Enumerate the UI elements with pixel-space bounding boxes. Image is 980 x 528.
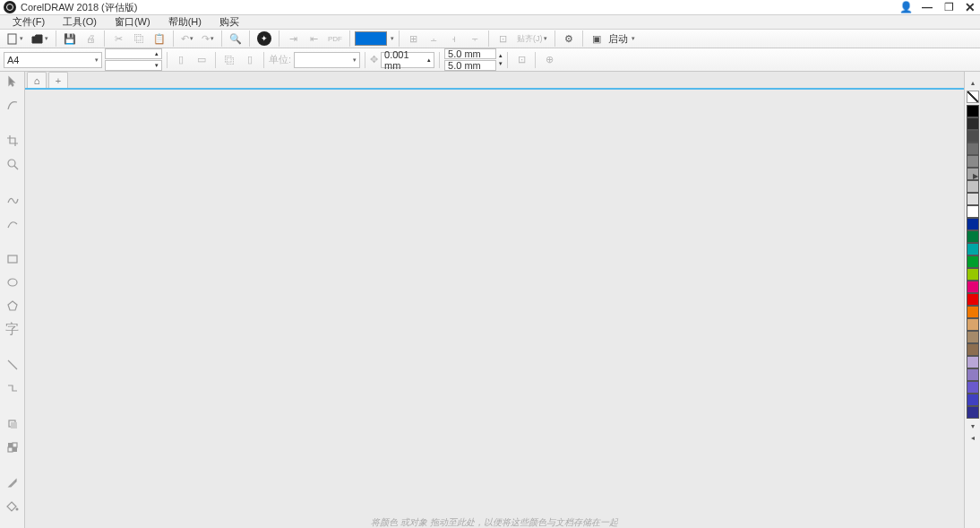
palette-color-19[interactable] bbox=[967, 343, 979, 356]
palette-color-23[interactable] bbox=[967, 394, 979, 406]
swatch-dropdown[interactable]: ▾ bbox=[391, 35, 394, 42]
search-button[interactable]: 🔍 bbox=[227, 30, 245, 48]
save-button[interactable]: 💾 bbox=[61, 30, 79, 48]
menu-file[interactable]: 文件(F) bbox=[4, 15, 54, 29]
svg-rect-2 bbox=[8, 255, 17, 263]
pdf-button[interactable]: PDF bbox=[325, 30, 345, 48]
menu-help[interactable]: 帮助(H) bbox=[159, 15, 211, 29]
palette-expand[interactable]: ◂ bbox=[971, 434, 975, 442]
palette-color-10[interactable] bbox=[967, 230, 979, 243]
welcome-tab[interactable]: ⌂ bbox=[27, 72, 47, 88]
menu-window[interactable]: 窗口(W) bbox=[106, 15, 159, 29]
menu-buy[interactable]: 购买 bbox=[211, 15, 248, 29]
palette-color-6[interactable] bbox=[967, 180, 979, 193]
palette-color-7[interactable] bbox=[967, 193, 979, 205]
transparency-tool[interactable] bbox=[4, 439, 21, 455]
palette-up[interactable]: ▴ bbox=[971, 79, 975, 87]
paper-size-combo[interactable]: A4▾ bbox=[4, 52, 102, 68]
align-center-button[interactable]: ⫞ bbox=[445, 30, 463, 48]
user-icon[interactable]: 👤 bbox=[899, 1, 912, 13]
rectangle-tool[interactable] bbox=[4, 251, 21, 267]
polygon-tool[interactable] bbox=[4, 298, 21, 314]
options-button[interactable]: ⚙ bbox=[560, 30, 578, 48]
palette-color-1[interactable] bbox=[967, 117, 979, 130]
snap-button[interactable]: ⊞ bbox=[404, 30, 422, 48]
fill-swatch[interactable] bbox=[355, 31, 387, 46]
palette-color-13[interactable] bbox=[967, 268, 979, 281]
palette-color-16[interactable] bbox=[967, 306, 979, 318]
text-tool[interactable]: 字 bbox=[4, 321, 21, 337]
palette-color-15[interactable] bbox=[967, 293, 979, 306]
all-pages-button[interactable]: ⿻ bbox=[220, 51, 238, 69]
group-button[interactable]: ⊡ bbox=[494, 30, 511, 48]
palette-none[interactable] bbox=[967, 91, 979, 103]
minimize-button[interactable]: — bbox=[921, 1, 933, 13]
palette-color-4[interactable] bbox=[967, 155, 979, 168]
canvas[interactable]: 将颜色 或对象 拖动至此处，以便将这些颜色与文档存储在一起 bbox=[25, 90, 964, 528]
cut-button[interactable]: ✂ bbox=[109, 30, 127, 48]
page-width-input[interactable]: ▴ bbox=[105, 48, 162, 59]
align-right-button[interactable]: ⫟ bbox=[466, 30, 484, 48]
palette-color-20[interactable] bbox=[967, 356, 979, 368]
launch-icon[interactable]: ▣ bbox=[588, 30, 606, 48]
svg-rect-9 bbox=[13, 443, 17, 447]
crop-tool[interactable] bbox=[4, 133, 21, 149]
add-preset-button[interactable]: ⊕ bbox=[540, 51, 558, 69]
palette-color-8[interactable] bbox=[967, 205, 979, 218]
docker-expand[interactable]: ▶ bbox=[973, 172, 978, 180]
open-button[interactable]: ▾ bbox=[29, 30, 51, 48]
palette-color-2[interactable] bbox=[967, 130, 979, 143]
drop-shadow-tool[interactable] bbox=[4, 416, 21, 432]
palette-color-0[interactable] bbox=[967, 105, 979, 117]
document-tabs: ⌂ + bbox=[25, 72, 964, 90]
palette-color-21[interactable] bbox=[967, 368, 979, 381]
pick-tool[interactable] bbox=[4, 74, 21, 90]
nudge-input[interactable]: 0.001 mm▴ bbox=[381, 52, 434, 68]
dup-x-input[interactable]: 5.0 mm bbox=[444, 48, 496, 59]
palette-color-24[interactable] bbox=[967, 406, 979, 419]
ellipse-tool[interactable] bbox=[4, 274, 21, 290]
units-combo[interactable]: ▾ bbox=[294, 52, 360, 68]
connector-tool[interactable] bbox=[4, 380, 21, 396]
palette-color-18[interactable] bbox=[967, 331, 979, 343]
artistic-tool[interactable] bbox=[4, 215, 21, 231]
palette-color-3[interactable] bbox=[967, 143, 979, 155]
page-height-input[interactable]: ▾ bbox=[105, 60, 162, 71]
new-tab[interactable]: + bbox=[48, 72, 68, 88]
palette-color-14[interactable] bbox=[967, 281, 979, 293]
shape-tool[interactable] bbox=[4, 97, 21, 113]
zoom-tool[interactable] bbox=[4, 156, 21, 172]
palette-color-9[interactable] bbox=[967, 218, 979, 230]
menu-tools[interactable]: 工具(O) bbox=[54, 15, 106, 29]
import-button[interactable]: ⇥ bbox=[284, 30, 302, 48]
fill-tool[interactable] bbox=[4, 498, 21, 515]
ai-button[interactable]: ✦ bbox=[254, 30, 274, 48]
parallel-dim-tool[interactable] bbox=[4, 357, 21, 373]
svg-rect-6 bbox=[11, 422, 17, 428]
standard-toolbar: ▾ ▾ 💾 🖨 ✂ ⿻ 📋 ↶▾ ↷▾ 🔍 ✦ ⇥ ⇤ PDF ▾ ⊞ ⫠ ⫞ … bbox=[0, 30, 980, 48]
palette-down[interactable]: ▾ bbox=[971, 422, 975, 430]
eyedropper-tool[interactable] bbox=[4, 475, 21, 491]
export-button[interactable]: ⇤ bbox=[305, 30, 322, 48]
palette-color-12[interactable] bbox=[967, 255, 979, 268]
maximize-button[interactable]: ❐ bbox=[942, 1, 955, 13]
paste-button[interactable]: 📋 bbox=[150, 30, 168, 48]
redo-button[interactable]: ↷▾ bbox=[199, 30, 217, 48]
new-document-button[interactable]: ▾ bbox=[4, 30, 26, 48]
palette-color-11[interactable] bbox=[967, 243, 979, 255]
undo-button[interactable]: ↶▾ bbox=[178, 30, 196, 48]
dup-y-input[interactable]: 5.0 mm bbox=[444, 60, 496, 71]
print-button[interactable]: 🖨 bbox=[82, 30, 99, 48]
landscape-button[interactable]: ▭ bbox=[193, 51, 211, 69]
current-page-button[interactable]: ▯ bbox=[241, 51, 259, 69]
treat-as-filled-button[interactable]: ⊡ bbox=[512, 51, 530, 69]
freehand-tool[interactable] bbox=[4, 192, 21, 208]
palette-color-17[interactable] bbox=[967, 318, 979, 331]
copy-button[interactable]: ⿻ bbox=[130, 30, 148, 48]
palette-color-22[interactable] bbox=[967, 381, 979, 394]
snap-options-button[interactable]: 贴齐(J)▾ bbox=[514, 30, 550, 48]
close-button[interactable]: ✕ bbox=[964, 0, 976, 14]
align-left-button[interactable]: ⫠ bbox=[425, 30, 443, 48]
launch-label[interactable]: 启动 bbox=[608, 32, 628, 46]
portrait-button[interactable]: ▯ bbox=[172, 51, 190, 69]
